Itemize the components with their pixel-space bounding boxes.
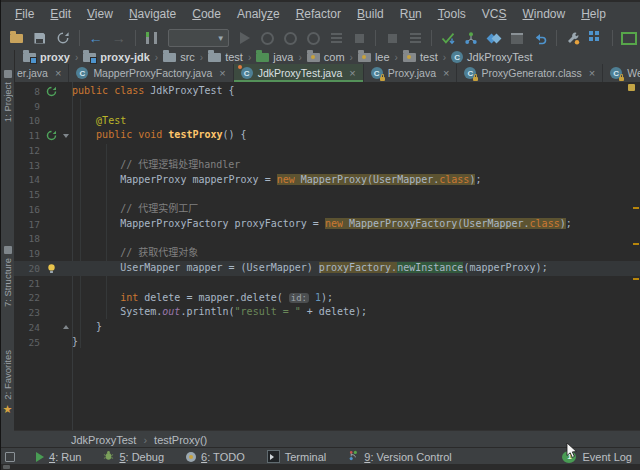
class-icon: C — [241, 67, 253, 79]
tab-er-java[interactable]: er.java× — [14, 64, 69, 82]
code-line-11: 11 public void testProxy() { — [14, 128, 640, 143]
tab-proxygenerator-class[interactable]: CProxyGenerator.class× — [457, 64, 603, 82]
breadcrumb-separator: › — [142, 434, 148, 446]
run-with-icon[interactable] — [325, 27, 347, 49]
debug-icon[interactable] — [257, 27, 279, 49]
back-icon[interactable]: ← — [85, 27, 107, 49]
run-test-icon[interactable] — [42, 130, 60, 141]
tool-button-project[interactable]: 1: Project — [1, 70, 14, 122]
project-structure-icon[interactable] — [562, 27, 584, 49]
chevron-down-icon: ▼ — [217, 34, 225, 43]
breadcrumb-proxy[interactable]: proxy — [21, 51, 72, 63]
menu-vcs[interactable]: VCS — [474, 4, 515, 24]
dump-icon[interactable] — [404, 27, 426, 49]
statusbar-version-control[interactable]: 9: Version Control — [337, 450, 462, 463]
intention-bulb-icon[interactable] — [42, 263, 60, 274]
breadcrumb-class[interactable]: JdkProxyTest — [71, 434, 136, 446]
code-editor[interactable]: 8public class JdkProxyTest {910 @Test11 … — [14, 82, 640, 430]
profiler-icon[interactable] — [302, 27, 324, 49]
breadcrumb-src[interactable]: src — [161, 51, 197, 63]
breadcrumb-separator: › — [394, 52, 399, 63]
lock-icon — [619, 77, 624, 81]
project-tool-icon — [4, 70, 12, 78]
lock-icon — [473, 77, 478, 81]
run-icon[interactable] — [234, 27, 256, 49]
undo-icon[interactable] — [529, 27, 551, 49]
sync-settings-icon[interactable] — [618, 27, 640, 49]
run-test-icon[interactable] — [42, 86, 60, 97]
close-icon[interactable]: × — [349, 67, 355, 79]
package-icon — [403, 53, 416, 62]
inspection-indicator[interactable] — [628, 84, 635, 91]
statusbar-todo[interactable]: 6: TODO — [175, 450, 256, 463]
code-text: @Test — [72, 114, 126, 129]
code-lines: 8public class JdkProxyTest {910 @Test11 … — [14, 82, 640, 350]
menu-analyze[interactable]: Analyze — [229, 4, 288, 24]
menu-edit[interactable]: Edit — [42, 4, 79, 24]
tool-button-structure[interactable]: 7: Structure — [1, 246, 14, 307]
shelve-icon[interactable] — [506, 27, 528, 49]
fold-marker-icon[interactable] — [60, 134, 72, 138]
menu-navigate[interactable]: Navigate — [121, 4, 184, 24]
breadcrumb-test[interactable]: test — [401, 51, 440, 63]
compare-icon[interactable] — [483, 27, 505, 49]
code-text: // 代理逻辑处理handler — [72, 158, 240, 173]
menu-view[interactable]: View — [79, 4, 121, 24]
tab-weakcache-java[interactable]: CWeakCache.java× — [603, 64, 640, 82]
menu-tools[interactable]: Tools — [430, 4, 474, 24]
breadcrumb-label: JdkProxyTest — [467, 51, 532, 63]
window-bottom-edge — [1, 464, 640, 470]
modules-icon[interactable] — [585, 27, 607, 49]
update-project-icon[interactable] — [437, 27, 459, 49]
breadcrumb-java[interactable]: java — [254, 51, 295, 63]
open-icon[interactable] — [6, 27, 28, 49]
statusbar-debug[interactable]: 5: Debug — [92, 450, 175, 463]
tab-jdkproxytest-java[interactable]: CJdkProxyTest.java× — [234, 64, 364, 82]
tab-mapperproxyfactory-java[interactable]: CMapperProxyFactory.java× — [69, 64, 233, 82]
breadcrumb-method[interactable]: testProxy() — [154, 434, 207, 446]
save-all-icon[interactable] — [29, 27, 51, 49]
breadcrumb-proxy-jdk[interactable]: proxy-jdk — [81, 51, 152, 63]
attach-icon[interactable] — [381, 27, 403, 49]
tool-window-toggle-icon[interactable] — [5, 452, 15, 462]
menu-file[interactable]: File — [7, 4, 42, 24]
menu-build[interactable]: Build — [349, 4, 392, 24]
forward-icon[interactable]: → — [108, 27, 130, 49]
close-icon[interactable]: × — [589, 67, 595, 79]
code-line-24: 24 } — [14, 320, 640, 335]
class-icon: C — [76, 67, 88, 79]
statusbar-label: 4: Run — [49, 451, 81, 463]
statusbar-label: Terminal — [285, 451, 327, 463]
coverage-icon[interactable] — [280, 27, 302, 49]
code-text: System.out.println("result = " + delete)… — [72, 305, 367, 320]
breadcrumb-jdkproxytest[interactable]: CJdkProxyTest — [449, 51, 534, 63]
tab-proxy-java[interactable]: CProxy.java× — [364, 64, 458, 82]
menu-help[interactable]: Help — [573, 4, 614, 24]
menu-code[interactable]: Code — [184, 4, 229, 24]
menu-window[interactable]: Window — [514, 4, 573, 24]
close-icon[interactable]: × — [443, 67, 449, 79]
close-icon[interactable]: × — [219, 67, 225, 79]
breadcrumb-com[interactable]: com — [305, 51, 347, 63]
breadcrumb-lee[interactable]: lee — [356, 51, 392, 63]
run-config-combo[interactable]: ▼ — [168, 29, 229, 47]
tab-label: Proxy.java — [388, 67, 436, 79]
resize-grip[interactable] — [3, 465, 10, 469]
statusbar-terminal[interactable]: Terminal — [256, 450, 338, 463]
fold-marker-icon[interactable] — [60, 325, 72, 329]
tool-button-favorites[interactable]: 2: Favorites ★ — [1, 350, 14, 415]
bug-icon — [103, 450, 114, 463]
line-number: 23 — [14, 307, 42, 318]
breadcrumb-test[interactable]: test — [206, 51, 245, 63]
stop-icon[interactable] — [348, 27, 370, 49]
close-icon[interactable]: × — [55, 67, 61, 79]
tool-button-structure-label: 7: Structure — [2, 258, 13, 307]
run-config-icon[interactable] — [141, 27, 163, 49]
statusbar-label: 6: TODO — [201, 451, 245, 463]
sync-icon[interactable] — [52, 27, 74, 49]
statusbar-run[interactable]: 4: Run — [25, 450, 92, 463]
commit-icon[interactable] — [460, 27, 482, 49]
menu-run[interactable]: Run — [392, 4, 430, 24]
code-line-18: 18 — [14, 232, 640, 247]
menu-refactor[interactable]: Refactor — [288, 4, 349, 24]
